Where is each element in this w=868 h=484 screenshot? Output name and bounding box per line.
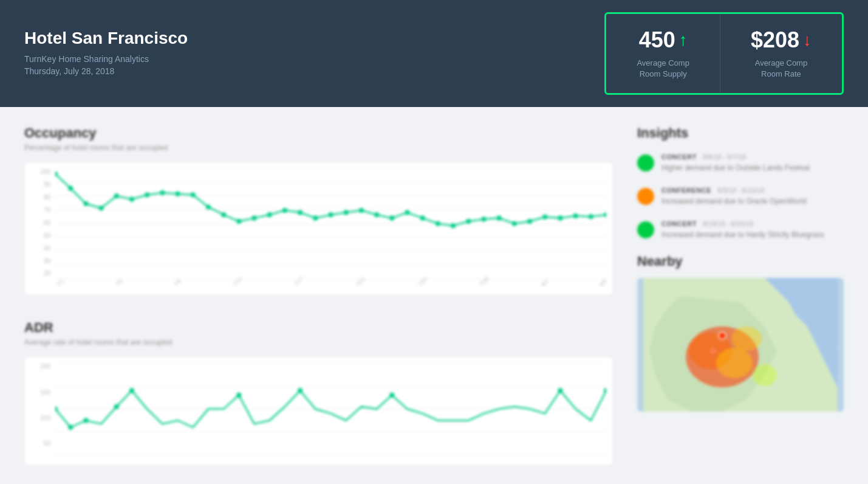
svg-point-28 — [344, 210, 349, 215]
occupancy-chart-area: 100 90 80 70 60 50 40 30 20 — [24, 162, 613, 296]
svg-point-16 — [160, 190, 165, 195]
svg-point-14 — [129, 197, 134, 202]
svg-point-40 — [527, 219, 532, 224]
occupancy-section: Occupancy Percentage of hotel rooms that… — [24, 125, 613, 296]
svg-point-34 — [436, 221, 440, 226]
svg-point-32 — [405, 210, 409, 215]
svg-point-25 — [298, 210, 302, 215]
svg-point-21 — [236, 219, 241, 224]
svg-point-67 — [719, 332, 726, 339]
svg-point-11 — [83, 201, 88, 206]
svg-point-13 — [114, 194, 119, 199]
insight-tag-1: CONFERENCE — [661, 187, 711, 194]
svg-point-22 — [251, 216, 256, 221]
svg-point-60 — [604, 389, 606, 393]
occupancy-subtitle: Percentage of hotel rooms that are occup… — [24, 143, 613, 152]
insight-tag-2: CONCERT — [661, 220, 697, 227]
adr-chart-svg — [55, 363, 606, 455]
svg-point-65 — [731, 327, 762, 351]
svg-point-23 — [267, 213, 272, 218]
main-content: Occupancy Percentage of hotel rooms that… — [0, 107, 868, 484]
header-date: Thursday, July 28, 2018 — [24, 66, 188, 76]
insight-content-1: CONFERENCE 8/9/18 - 8/10/18 Increased de… — [661, 187, 807, 207]
svg-point-19 — [206, 205, 211, 210]
svg-point-59 — [558, 389, 562, 393]
adr-y-axis: 200 150 100 50 — [25, 363, 55, 447]
kpi-supply-card: 450 ↑ Average CompRoom Supply — [606, 14, 719, 93]
svg-point-68 — [711, 349, 715, 353]
svg-point-66 — [753, 364, 777, 386]
svg-point-36 — [466, 219, 471, 224]
adr-subtitle: Average rate of hotel rooms that are occ… — [24, 338, 613, 347]
insight-content-0: CONCERT 8/8/18 - 8/7/18 Higher demand du… — [661, 153, 810, 173]
insight-item-2: CONCERT 8/18/18 - 8/20/18 Increased dema… — [637, 220, 844, 240]
insights-section: Insights CONCERT 8/8/18 - 8/7/18 Higher … — [637, 125, 844, 240]
header-left: Hotel San Francisco TurnKey Home Sharing… — [24, 29, 188, 78]
insight-header-2: CONCERT 8/18/18 - 8/20/18 — [661, 220, 824, 227]
insight-dot-orange-1 — [637, 188, 654, 205]
insight-item-1: CONFERENCE 8/9/18 - 8/10/18 Increased de… — [637, 187, 844, 207]
svg-point-41 — [542, 215, 547, 220]
svg-point-42 — [558, 216, 562, 221]
insight-text-2: Increased demand due to Hardy Strictly B… — [661, 230, 824, 240]
panel-right: Insights CONCERT 8/8/18 - 8/7/18 Higher … — [637, 125, 844, 484]
svg-point-64 — [716, 348, 753, 378]
insight-text-0: Higher demand due to Outside Lands Festi… — [661, 163, 810, 173]
svg-point-55 — [129, 389, 134, 393]
insight-dot-green-0 — [637, 154, 654, 171]
svg-point-20 — [221, 213, 226, 218]
svg-point-15 — [145, 193, 149, 198]
insight-date-1: 8/9/18 - 8/10/18 — [717, 187, 764, 194]
kpi-rate-label: Average CompRoom Rate — [751, 58, 812, 80]
kpi-container: 450 ↑ Average CompRoom Supply $208 ↓ Ave… — [604, 12, 844, 95]
svg-point-43 — [573, 213, 578, 218]
svg-point-45 — [604, 213, 606, 218]
insight-header-0: CONCERT 8/8/18 - 8/7/18 — [661, 153, 810, 161]
svg-point-54 — [114, 404, 119, 409]
insight-dot-green-2 — [637, 221, 654, 238]
insight-header-1: CONFERENCE 8/9/18 - 8/10/18 — [661, 187, 807, 194]
svg-point-26 — [313, 216, 318, 221]
svg-point-37 — [481, 217, 486, 222]
insight-content-2: CONCERT 8/18/18 - 8/20/18 Increased dema… — [661, 220, 824, 240]
svg-point-12 — [99, 206, 104, 211]
rate-arrow-down-icon: ↓ — [803, 30, 812, 50]
insight-text-1: Increased demand due to Oracle OpenWorld — [661, 196, 807, 207]
insights-title: Insights — [637, 125, 844, 141]
svg-point-30 — [374, 213, 379, 218]
svg-point-38 — [497, 216, 502, 221]
nearby-section: Nearby — [637, 254, 844, 412]
insight-tag-0: CONCERT — [661, 153, 697, 161]
svg-point-18 — [191, 193, 196, 198]
svg-point-44 — [589, 215, 593, 220]
insight-date-2: 8/18/18 - 8/20/18 — [703, 220, 753, 227]
adr-title: ADR — [24, 320, 613, 336]
supply-arrow-up-icon: ↑ — [679, 30, 688, 50]
svg-point-39 — [512, 221, 517, 226]
svg-point-27 — [328, 213, 333, 218]
occupancy-y-axis: 100 90 80 70 60 50 40 30 20 — [25, 168, 55, 277]
nearby-title: Nearby — [637, 254, 844, 269]
kpi-supply-label: Average CompRoom Supply — [637, 58, 689, 80]
insight-item-0: CONCERT 8/8/18 - 8/7/18 Higher demand du… — [637, 153, 844, 173]
charts-left: Occupancy Percentage of hotel rooms that… — [24, 125, 613, 484]
svg-point-31 — [389, 216, 394, 221]
app-name: TurnKey Home Sharing Analytics — [24, 54, 188, 64]
kpi-rate-card: $208 ↓ Average CompRoom Rate — [720, 14, 842, 93]
svg-point-53 — [83, 418, 88, 423]
occupancy-chart-svg — [55, 168, 606, 278]
svg-point-33 — [420, 216, 425, 221]
svg-point-52 — [68, 425, 73, 430]
svg-point-35 — [451, 224, 456, 229]
x-axis-labels: 7/1 7/5 7/9 7/13 7/17 7/21 7/25 7/28 8/1… — [55, 278, 606, 295]
nearby-map[interactable] — [637, 278, 844, 412]
adr-chart-area: 200 150 100 50 — [24, 356, 613, 466]
svg-point-29 — [359, 208, 364, 213]
svg-point-56 — [236, 393, 241, 398]
svg-point-24 — [282, 208, 287, 213]
adr-section: ADR Average rate of hotel rooms that are… — [24, 320, 613, 466]
svg-point-58 — [389, 393, 394, 398]
svg-point-57 — [298, 389, 302, 393]
hotel-name: Hotel San Francisco — [24, 29, 188, 48]
insight-date-0: 8/8/18 - 8/7/18 — [703, 153, 746, 161]
